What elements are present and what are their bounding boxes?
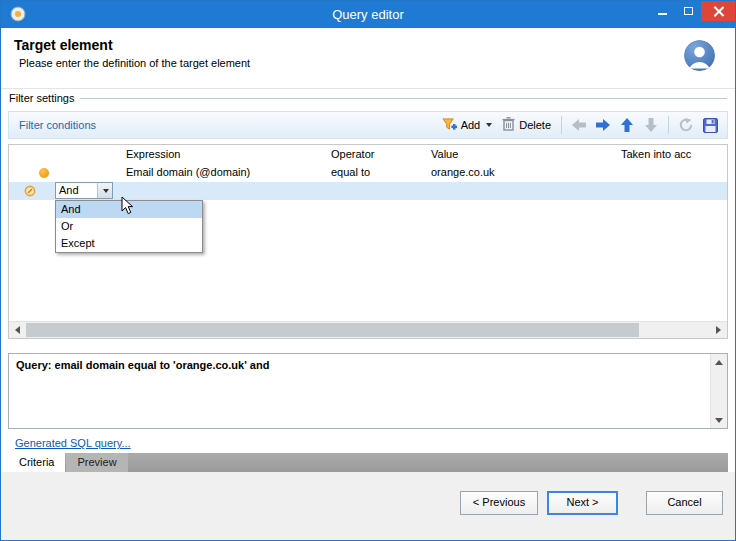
move-down-button[interactable]: [639, 116, 663, 134]
dropdown-option-or[interactable]: Or: [56, 218, 202, 235]
arrow-left-icon: [571, 118, 587, 132]
connector-combobox[interactable]: And: [55, 182, 113, 199]
scroll-right-icon: [716, 326, 721, 334]
close-button[interactable]: [701, 1, 735, 21]
table-row-condition[interactable]: Email domain (@domain) equal to orange.c…: [9, 164, 727, 182]
minimize-icon: [658, 13, 667, 15]
maximize-button[interactable]: [675, 1, 701, 21]
dropdown-option-except[interactable]: Except: [56, 235, 202, 252]
filter-conditions-table: Expression Operator Value Taken into acc…: [8, 144, 728, 339]
filter-settings-label: Filter settings: [9, 92, 74, 104]
column-header-operator: Operator: [331, 148, 374, 160]
filter-settings-group: Filter settings: [9, 91, 727, 105]
maximize-icon: [684, 7, 693, 15]
add-dropdown-caret-icon: [486, 123, 492, 127]
filter-toolbar: Filter conditions Add: [8, 111, 728, 139]
column-header-taken-into-account: Taken into acc: [621, 148, 691, 160]
toolbar-separator: [561, 116, 562, 134]
table-row-connector-selected[interactable]: And: [9, 182, 727, 200]
scroll-left-button[interactable]: [9, 322, 26, 338]
scroll-left-icon: [15, 326, 20, 334]
next-button[interactable]: Next >: [547, 491, 618, 515]
trash-icon: [502, 117, 515, 133]
add-button-label: Add: [461, 119, 481, 131]
query-summary-box[interactable]: Query: email domain equal to 'orange.co.…: [8, 353, 728, 429]
mouse-cursor-icon: [121, 196, 134, 218]
delete-button-label: Delete: [519, 119, 551, 131]
table-header-row: Expression Operator Value Taken into acc: [9, 145, 727, 164]
vertical-scrollbar[interactable]: [710, 354, 727, 428]
save-icon: [703, 118, 718, 133]
column-header-expression: Expression: [126, 148, 180, 160]
dialog-footer: < Previous Next > Cancel: [1, 472, 735, 540]
add-button[interactable]: Add: [437, 115, 498, 136]
previous-button[interactable]: < Previous: [460, 491, 538, 515]
page-title: Target element: [14, 37, 735, 53]
window-title: Query editor: [1, 7, 735, 22]
horizontal-scrollbar[interactable]: [9, 321, 727, 338]
scroll-down-icon: [715, 418, 723, 423]
tab-criteria[interactable]: Criteria: [8, 453, 65, 472]
group-divider: [80, 98, 727, 99]
condition-operator: equal to: [331, 166, 370, 178]
close-icon: [713, 6, 723, 16]
cancel-button[interactable]: Cancel: [646, 491, 723, 515]
arrow-right-icon: [595, 118, 611, 132]
wizard-header: Target element Please enter the definiti…: [1, 28, 735, 89]
filter-conditions-label: Filter conditions: [19, 119, 96, 131]
scroll-down-button[interactable]: [711, 412, 727, 428]
tab-preview[interactable]: Preview: [66, 453, 127, 472]
scroll-up-button[interactable]: [711, 354, 727, 370]
refresh-button[interactable]: [674, 116, 698, 134]
move-right-button[interactable]: [591, 116, 615, 134]
move-up-button[interactable]: [615, 116, 639, 134]
refresh-icon: [679, 118, 693, 132]
horizontal-scrollbar-thumb[interactable]: [26, 323, 639, 337]
arrow-up-icon: [620, 117, 634, 133]
bottom-tabstrip: Criteria Preview: [8, 453, 728, 472]
query-summary-text: Query: email domain equal to 'orange.co.…: [9, 354, 727, 376]
condition-value: orange.co.uk: [431, 166, 495, 178]
toolbar-separator: [668, 116, 669, 134]
add-filter-icon: [442, 117, 457, 134]
save-button[interactable]: [698, 116, 722, 135]
chevron-down-icon: [103, 189, 109, 193]
arrow-down-icon: [644, 117, 658, 133]
connector-combobox-dropdown-button[interactable]: [97, 183, 112, 198]
condition-bullet-icon: [39, 168, 49, 178]
condition-expression: Email domain (@domain): [126, 166, 250, 178]
connector-combobox-value: And: [56, 183, 97, 198]
scroll-up-icon: [715, 360, 723, 365]
row-edit-icon: [24, 185, 36, 197]
column-header-value: Value: [431, 148, 458, 160]
scroll-right-button[interactable]: [710, 322, 727, 338]
user-avatar-icon: [684, 40, 715, 71]
page-subtitle: Please enter the definition of the targe…: [19, 57, 735, 69]
titlebar[interactable]: Query editor: [1, 1, 735, 28]
window-controls: [649, 1, 735, 21]
delete-button[interactable]: Delete: [497, 115, 556, 135]
query-editor-window: Query editor Target element Please enter…: [0, 0, 736, 541]
generated-sql-query-link[interactable]: Generated SQL query...: [15, 437, 131, 449]
move-left-button[interactable]: [567, 116, 591, 134]
minimize-button[interactable]: [649, 1, 675, 21]
